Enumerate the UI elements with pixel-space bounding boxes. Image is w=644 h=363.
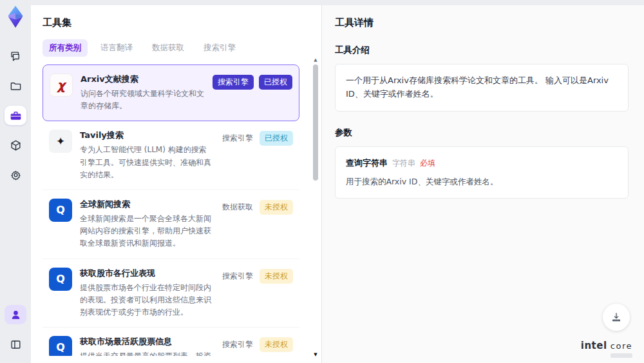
scroll-up-icon[interactable]: ▲ — [312, 57, 319, 63]
folder-icon — [10, 80, 22, 92]
download-button[interactable] — [603, 304, 630, 331]
scrollbar[interactable]: ▲ ▼ — [312, 57, 319, 358]
blueq-icon: Q — [49, 268, 72, 291]
tool-description: 专为人工智能代理 (LLM) 构建的搜索引擎工具。可快速提供实时、准确和真实的结… — [80, 144, 213, 181]
page-title: 工具集 — [43, 17, 310, 29]
sidebar-item-packages[interactable] — [5, 135, 26, 155]
arxiv-icon: χ — [50, 74, 73, 97]
tool-tags: 搜索引擎已授权 — [221, 130, 293, 181]
tab-category-2[interactable]: 数据获取 — [146, 39, 191, 57]
sidebar-item-tools[interactable] — [5, 106, 26, 125]
package-icon — [10, 139, 22, 152]
tool-list-item[interactable]: ✦Tavily搜索专为人工智能代理 (LLM) 构建的搜索引擎工具。可快速提供实… — [43, 121, 299, 190]
sidebar-item-settings[interactable] — [5, 165, 26, 184]
scroll-down-icon[interactable]: ▼ — [312, 351, 319, 358]
category-tag: 搜索引擎 — [221, 337, 254, 352]
blueq-icon: Q — [49, 199, 72, 222]
user-icon — [10, 309, 22, 321]
sidebar-item-panel-toggle[interactable] — [5, 335, 26, 354]
tool-body: 获取市场最活跃股票信息提供当天交易量最高的股票列表，投资者可以利用这些信息来识别… — [80, 336, 213, 356]
category-tag: 搜索引擎 — [213, 75, 254, 90]
category-tag: 搜索引擎 — [221, 131, 254, 146]
details-title: 工具详情 — [335, 17, 629, 29]
param-required-badge: 必填 — [420, 157, 435, 170]
ultra-mark — [611, 353, 632, 358]
intro-heading: 工具介绍 — [335, 44, 629, 56]
tool-description: 提供股票市场各个行业在特定时间段内的表现。投资者可以利用这些信息来识别表现优于或… — [80, 282, 213, 319]
tool-name: 全球新闻搜索 — [80, 199, 213, 210]
tool-tags: 搜索引擎未授权 — [221, 268, 293, 319]
param-desc: 用于搜索的Arxiv ID、关键字或作者姓名。 — [346, 175, 618, 188]
layout-panel-icon — [10, 338, 22, 351]
tavily-icon: ✦ — [49, 130, 72, 153]
details-panel: 工具详情 工具介绍 一个用于从Arxiv存储库搜索科学论文和文章的工具。 输入可… — [322, 5, 644, 363]
tool-tags: 搜索引擎未授权 — [221, 336, 293, 356]
category-tabs: 所有类别语言翻译数据获取搜索引擎 — [43, 39, 310, 57]
core-wordmark: core — [611, 341, 632, 351]
download-icon — [611, 311, 622, 323]
category-tag: 搜索引擎 — [221, 269, 254, 284]
tool-list-item[interactable]: Q获取市场最活跃股票信息提供当天交易量最高的股票列表，投资者可以利用这些信息来识… — [43, 328, 299, 356]
tool-list-item[interactable]: Q获取股市各行业表现提供股票市场各个行业在特定时间段内的表现。投资者可以利用这些… — [43, 259, 299, 328]
tool-list-item[interactable]: Q全球新闻搜索全球新闻搜索是一个聚合全球各大新闻网站内容的搜索引擎，帮助用户快速… — [43, 190, 299, 259]
tool-name: Tavily搜索 — [80, 130, 213, 141]
param-name: 查询字符串 — [346, 157, 388, 170]
params-heading: 参数 — [335, 127, 629, 139]
param-box: 查询字符串 字符串 必填 用于搜索的Arxiv ID、关键字或作者姓名。 — [335, 146, 629, 199]
param-head: 查询字符串 字符串 必填 — [346, 157, 618, 170]
app-root: 工具集 所有类别语言翻译数据获取搜索引擎 χArxiv文献搜索访问各个研究领域大… — [0, 0, 644, 363]
tools-panel: 工具集 所有类别语言翻译数据获取搜索引擎 χArxiv文献搜索访问各个研究领域大… — [31, 5, 322, 363]
intro-text: 一个用于从Arxiv存储库搜索科学论文和文章的工具。 输入可以是Arxiv ID… — [346, 75, 609, 99]
gear-icon — [10, 169, 22, 181]
intro-box: 一个用于从Arxiv存储库搜索科学论文和文章的工具。 输入可以是Arxiv ID… — [335, 64, 629, 112]
auth-status-badge: 未授权 — [260, 269, 293, 284]
toolbox-icon — [10, 110, 22, 122]
intel-core-logo: intel core — [581, 340, 632, 358]
sidebar-item-files[interactable] — [5, 76, 26, 95]
blueq-icon: Q — [49, 336, 72, 356]
tool-name: Arxiv文献搜索 — [80, 74, 205, 85]
tool-body: Tavily搜索专为人工智能代理 (LLM) 构建的搜索引擎工具。可快速提供实时… — [80, 130, 213, 181]
sidebar-item-chat[interactable] — [5, 46, 26, 66]
main-content: 工具集 所有类别语言翻译数据获取搜索引擎 χArxiv文献搜索访问各个研究领域大… — [31, 5, 644, 363]
app-logo-icon — [5, 5, 26, 28]
tool-body: 获取股市各行业表现提供股票市场各个行业在特定时间段内的表现。投资者可以利用这些信… — [80, 268, 213, 319]
scrollbar-thumb[interactable] — [313, 64, 318, 181]
auth-status-badge: 未授权 — [260, 337, 293, 352]
auth-status-badge: 已授权 — [260, 131, 293, 146]
tool-list-item[interactable]: χArxiv文献搜索访问各个研究领域大量科学论文和文章的存储库。搜索引擎已授权 — [43, 64, 299, 121]
tool-body: 全球新闻搜索全球新闻搜索是一个聚合全球各大新闻网站内容的搜索引擎，帮助用户快速获… — [80, 199, 213, 250]
intel-wordmark: intel — [581, 340, 607, 351]
tool-description: 全球新闻搜索是一个聚合全球各大新闻网站内容的搜索引擎，帮助用户快速获取全球最新资… — [80, 213, 213, 250]
tool-description: 提供当天交易量最高的股票列表，投资者可以利用这些信息来识别流动性强的股票和潜在的… — [80, 350, 213, 356]
param-type: 字符串 — [392, 157, 415, 170]
auth-status-badge: 未授权 — [260, 200, 293, 215]
tab-category-0[interactable]: 所有类别 — [43, 39, 88, 57]
category-tag: 数据获取 — [221, 200, 254, 215]
tool-body: Arxiv文献搜索访问各个研究领域大量科学论文和文章的存储库。 — [80, 74, 205, 112]
tool-list: χArxiv文献搜索访问各个研究领域大量科学论文和文章的存储库。搜索引擎已授权✦… — [43, 64, 310, 356]
tool-tags: 搜索引擎已授权 — [213, 74, 292, 112]
left-rail — [0, 0, 31, 363]
tab-category-1[interactable]: 语言翻译 — [94, 39, 139, 57]
tab-category-3[interactable]: 搜索引擎 — [197, 39, 242, 57]
auth-status-badge: 已授权 — [259, 75, 292, 90]
tool-description: 访问各个研究领域大量科学论文和文章的存储库。 — [80, 88, 205, 112]
tool-name: 获取市场最活跃股票信息 — [80, 336, 213, 348]
tool-name: 获取股市各行业表现 — [80, 268, 213, 279]
chat-icon — [10, 50, 22, 63]
tool-tags: 数据获取未授权 — [221, 199, 293, 250]
sidebar-item-account[interactable] — [5, 305, 26, 324]
